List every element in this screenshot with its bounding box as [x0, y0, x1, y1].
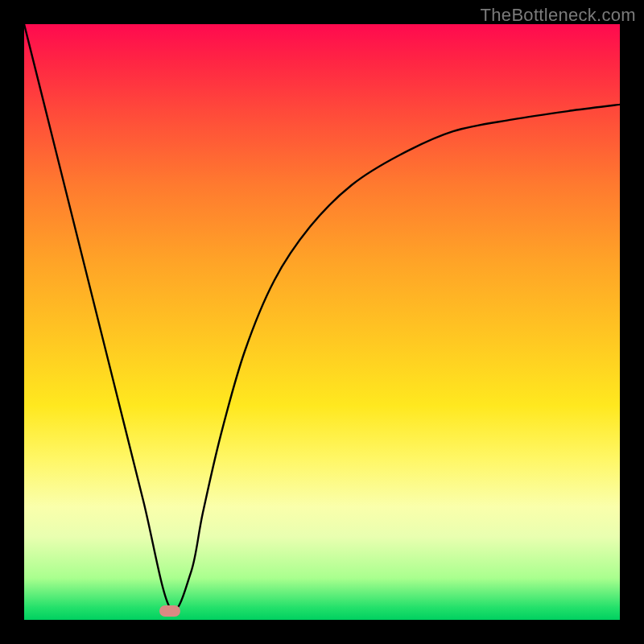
plot-area: [24, 24, 620, 620]
watermark-text: TheBottleneck.com: [481, 5, 636, 26]
optimum-marker: [159, 605, 180, 617]
chart-frame: TheBottleneck.com: [0, 0, 644, 644]
bottleneck-curve: [24, 24, 620, 620]
